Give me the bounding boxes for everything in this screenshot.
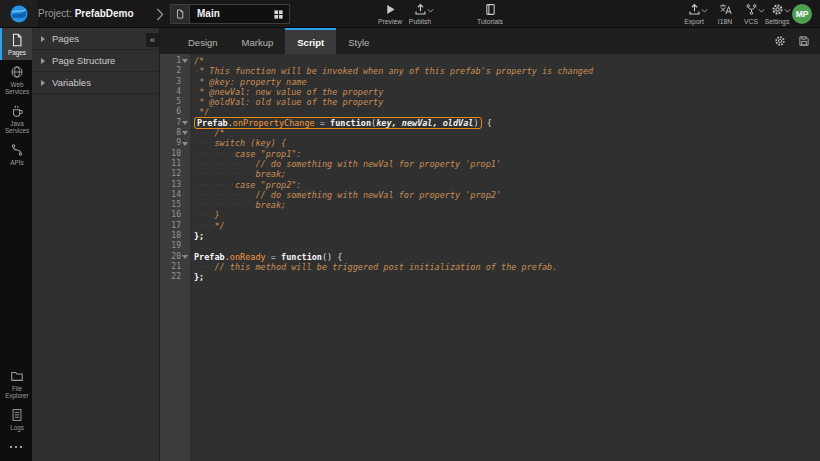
- code-text: ············break;: [190, 169, 286, 179]
- page-file-icon: [171, 5, 190, 23]
- panel-section-label: Variables: [52, 77, 91, 88]
- wavemaker-logo-icon: [9, 4, 29, 24]
- settings-button[interactable]: Settings: [759, 3, 795, 25]
- java-services-label: Java Services: [2, 120, 32, 134]
- gutter[interactable]: 16: [160, 210, 190, 220]
- code-token: */: [214, 221, 224, 231]
- gutter[interactable]: 2: [160, 66, 190, 76]
- code-token: // do something with newVal for property…: [255, 190, 501, 200]
- panel-section-pages[interactable]: Pages: [32, 28, 159, 50]
- code-text: Prefab.onPropertyChange·=·function(key, …: [190, 118, 492, 128]
- panel-section-variables[interactable]: Variables: [32, 72, 159, 94]
- code-line[interactable]: 20Prefab.onReady·=·function() {: [160, 252, 820, 262]
- code-token: * @key: property name: [199, 77, 306, 87]
- code-line[interactable]: 14············// do something with newVa…: [160, 190, 820, 200]
- gutter[interactable]: 22: [160, 272, 190, 282]
- line-number: 17: [171, 221, 181, 231]
- app-logo[interactable]: [0, 0, 38, 27]
- gutter[interactable]: 14: [160, 190, 190, 200]
- tab-markup[interactable]: Markup: [230, 28, 286, 54]
- code-line[interactable]: 15············break;: [160, 200, 820, 210]
- code-editor[interactable]: 1/*2·* This function will be invoked whe…: [160, 54, 820, 461]
- gutter[interactable]: 5: [160, 97, 190, 107]
- grid-view-icon[interactable]: [267, 5, 289, 23]
- page-selector-value: Main: [190, 5, 267, 23]
- fold-arrow-icon[interactable]: [182, 59, 188, 63]
- code-line[interactable]: 12············break;: [160, 169, 820, 179]
- code-line[interactable]: 17····*/: [160, 221, 820, 231]
- code-line[interactable]: 2·* This function will be invoked when a…: [160, 66, 820, 76]
- java-services-icon: [10, 104, 24, 118]
- gutter[interactable]: 18: [160, 231, 190, 241]
- gutter[interactable]: 6: [160, 107, 190, 117]
- code-line[interactable]: 11············// do something with newVa…: [160, 159, 820, 169]
- code-line[interactable]: 18};: [160, 231, 820, 241]
- export-label: Export: [684, 18, 704, 25]
- gutter[interactable]: 15: [160, 200, 190, 210]
- panel-section-page-structure[interactable]: Page Structure: [32, 50, 159, 72]
- tab-script[interactable]: Script: [285, 28, 336, 54]
- whitespace-dots: ············: [194, 169, 255, 179]
- code-line[interactable]: 21····// this method will be triggered p…: [160, 262, 820, 272]
- gutter[interactable]: 20: [160, 252, 190, 262]
- gutter[interactable]: 19: [160, 241, 190, 251]
- tutorials-button[interactable]: Tutorials: [472, 3, 508, 25]
- gutter[interactable]: 21: [160, 262, 190, 272]
- code-token: * This function will be invoked when any…: [199, 66, 593, 76]
- editor-tab-bar: DesignMarkupScriptStyle: [160, 28, 820, 54]
- logs-icon: [10, 408, 24, 422]
- gutter[interactable]: 9: [160, 138, 190, 148]
- user-avatar[interactable]: MP: [792, 4, 812, 24]
- chevron-right-icon: [41, 36, 45, 42]
- code-line[interactable]: 9····switch (key) {: [160, 138, 820, 148]
- code-line[interactable]: 8····/*: [160, 128, 820, 138]
- code-line[interactable]: 7Prefab.onPropertyChange·=·function(key,…: [160, 118, 820, 128]
- panel-collapse-button[interactable]: «: [146, 33, 159, 47]
- tab-style[interactable]: Style: [336, 28, 381, 54]
- code-line[interactable]: 4·* @newVal: new value of the property: [160, 87, 820, 97]
- gutter[interactable]: 3: [160, 77, 190, 87]
- code-line[interactable]: 19: [160, 241, 820, 251]
- gutter[interactable]: 12: [160, 169, 190, 179]
- tab-design[interactable]: Design: [176, 28, 230, 54]
- save-icon[interactable]: [798, 35, 810, 47]
- whitespace-dots: ····: [194, 138, 214, 148]
- sidebar-item-apis[interactable]: APIs: [0, 138, 32, 170]
- whitespace-dots: ········: [194, 149, 235, 159]
- gutter[interactable]: 7: [160, 118, 190, 128]
- page-selector[interactable]: Main: [170, 4, 290, 24]
- code-token: case "prop2":: [235, 180, 302, 190]
- code-line[interactable]: 13········case "prop2":: [160, 180, 820, 190]
- gutter[interactable]: 4: [160, 87, 190, 97]
- code-line[interactable]: 16····}: [160, 210, 820, 220]
- sidebar-item-java-services[interactable]: Java Services: [0, 99, 32, 138]
- gutter[interactable]: 10: [160, 149, 190, 159]
- more-options-icon[interactable]: [0, 439, 32, 455]
- gutter[interactable]: 11: [160, 159, 190, 169]
- sidebar-item-web-services[interactable]: Web Services: [0, 60, 32, 99]
- code-line[interactable]: 3·* @key: property name: [160, 77, 820, 87]
- tutorials-label: Tutorials: [477, 18, 503, 25]
- code-token: ): [473, 118, 478, 128]
- script-settings-gear-icon[interactable]: [774, 35, 786, 47]
- sidebar-item-logs[interactable]: Logs: [0, 403, 32, 435]
- gutter[interactable]: 13: [160, 180, 190, 190]
- gutter[interactable]: 1: [160, 56, 190, 66]
- line-number: 12: [171, 169, 181, 179]
- code-line[interactable]: 22};: [160, 272, 820, 282]
- code-line[interactable]: 5·* @oldVal: old value of the property: [160, 97, 820, 107]
- code-token: }: [214, 210, 219, 220]
- fold-arrow-icon[interactable]: [182, 255, 188, 259]
- gutter[interactable]: 8: [160, 128, 190, 138]
- code-line[interactable]: 1/*: [160, 56, 820, 66]
- sidebar-item-pages[interactable]: Pages: [0, 28, 32, 60]
- code-line[interactable]: 10········case "prop1":: [160, 149, 820, 159]
- gutter[interactable]: 17: [160, 221, 190, 231]
- whitespace-dots: ····: [194, 128, 214, 138]
- publish-button[interactable]: Publish: [402, 3, 438, 25]
- sidebar-item-file-explorer[interactable]: File Explorer: [0, 364, 32, 403]
- code-text: ····switch (key) {: [190, 138, 286, 148]
- fold-arrow-icon[interactable]: [182, 142, 188, 146]
- fold-arrow-icon[interactable]: [182, 121, 188, 125]
- fold-arrow-icon[interactable]: [182, 131, 188, 135]
